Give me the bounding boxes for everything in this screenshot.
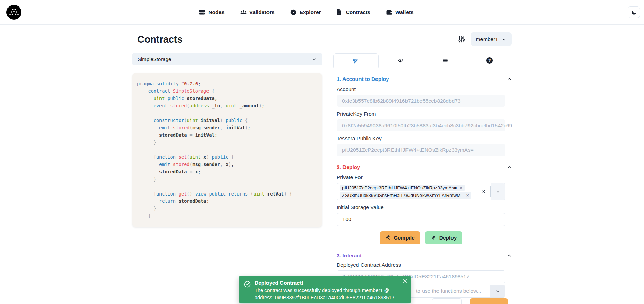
page-header: Contracts member1 [132,32,512,46]
tessera-key-value: piU2051ZcP2ecpt3REthHJFW4+tENOsZikRpz33y… [342,147,474,153]
nav-item-explorer[interactable]: Explorer [290,9,321,15]
chevron-down-icon [502,37,506,42]
tag-value: piU2051ZcP2ecpt3REthHJFW4+tENOsZikRpz33y… [342,185,457,190]
section-title-interact: 3. Interact [337,252,362,259]
member-selector-label: member1 [476,36,498,42]
chevron-up-icon[interactable] [507,253,512,258]
server-icon [199,9,205,15]
deploy-button[interactable]: Deploy [425,231,463,244]
section-title-deploy: 2. Deploy [337,164,360,170]
navbar: Nodes Validators Explorer Contracts Wall… [0,0,644,25]
nav-label-wallets: Wallets [395,9,414,15]
account-input: 0xfe3b557e8fb62b89f4916b721be55ceb828dbd… [337,95,505,107]
code-icon [397,57,404,64]
nav-label-contracts: Contracts [346,9,370,15]
contract-select-value: SimpleStorage [138,56,171,62]
nav-item-validators[interactable]: Validators [240,9,275,15]
nav-item-contracts[interactable]: Contracts [337,9,370,15]
section-title-account: 1. Account to Deploy [337,76,389,82]
deploy-label: Deploy [439,235,457,241]
privatekey-value: 0x8f2a55949038a9610f50fb23b5883af3b4ecb3… [342,122,512,129]
privatekey-label: PrivateKey From [337,111,512,117]
chevron-up-icon[interactable] [507,77,512,82]
list-icon [442,57,448,64]
main-nav: Nodes Validators Explorer Contracts Wall… [199,9,413,15]
app-logo[interactable] [6,5,21,20]
private-for-multiselect[interactable]: piU2051ZcP2ecpt3REthHJFW4+tENOsZikRpz33y… [337,183,505,200]
theme-toggle-button[interactable] [628,6,640,18]
nav-item-nodes[interactable]: Nodes [199,9,224,15]
toast-message: The contract was successfully deployed t… [255,287,401,301]
nav-label-validators: Validators [249,9,275,15]
wallet-icon [386,9,392,15]
code-block: pragma solidity ^0.7.6; contract SimpleS… [132,73,322,227]
tab-deploy[interactable] [333,53,379,68]
tessera-key-label: Tessera Public Key [337,135,512,142]
member-selector-button[interactable]: member1 [471,32,512,46]
initial-storage-value: 100 [342,216,351,222]
private-for-tag: ZSU8mUuok39VuSnsFmHal178JdUNekw/XmYLArRn… [340,192,471,199]
toast-title: Deployed Contract! [255,279,401,286]
account-value: 0xfe3b557e8fb62b89f4916b721be55ceb828dbd… [342,98,460,104]
users-icon [240,9,246,15]
nav-label-explorer: Explorer [300,9,321,15]
tabbar [333,53,512,68]
tab-logs[interactable] [423,53,467,68]
page-title: Contracts [132,34,183,45]
compile-label: Compile [394,235,415,241]
contract-select[interactable]: SimpleStorage [132,53,322,65]
hammer-icon [385,235,391,241]
rocket-icon [431,235,436,241]
moon-icon [631,10,637,15]
remove-tag-icon[interactable] [460,186,462,190]
chevron-down-icon[interactable] [490,285,505,297]
remove-tag-icon[interactable] [466,193,469,198]
chevron-down-icon[interactable] [491,183,505,200]
function-arg-input[interactable] [432,298,462,304]
tag-value: ZSU8mUuok39VuSnsFmHal178JdUNekw/XmYLArRn… [342,193,463,198]
private-for-label: Private For [337,174,512,180]
nav-item-wallets[interactable]: Wallets [386,9,414,15]
tessera-key-input: piU2051ZcP2ecpt3REthHJFW4+tENOsZikRpz33y… [337,144,505,156]
file-contract-icon [337,9,343,15]
compass-icon [290,9,296,15]
initial-storage-label: Initial Storage Value [337,204,512,211]
privatekey-input: 0x8f2a55949038a9610f50fb23b5883af3b4ecb3… [337,119,505,131]
private-for-tag: piU2051ZcP2ecpt3REthHJFW4+tENOsZikRpz33y… [340,185,465,191]
main-content: Contracts member1 SimpleStorage pragma s… [132,32,512,304]
compile-button[interactable]: Compile [380,231,420,244]
nav-label-nodes: Nodes [208,9,224,15]
clear-all-icon[interactable] [476,183,490,200]
question-icon [486,57,493,64]
tab-code[interactable] [379,53,423,68]
logo-dots-icon [6,5,21,20]
close-icon[interactable] [403,279,407,283]
toast-success: Deployed Contract! The contract was succ… [239,276,411,303]
tab-help[interactable] [467,53,512,68]
filter-sliders-icon[interactable] [458,35,465,43]
deployed-address-label: Deployed Contract Address [337,262,512,268]
check-circle-icon [244,281,251,300]
initial-storage-input[interactable]: 100 [337,213,505,226]
function-action-button[interactable] [470,298,508,304]
chevron-up-icon[interactable] [507,165,512,170]
deploy-panel: 1. Account to Deploy Account 0xfe3b557e8… [333,68,512,304]
paper-plane-icon [353,57,359,64]
chevron-down-icon [312,57,317,61]
account-label: Account [337,86,512,92]
